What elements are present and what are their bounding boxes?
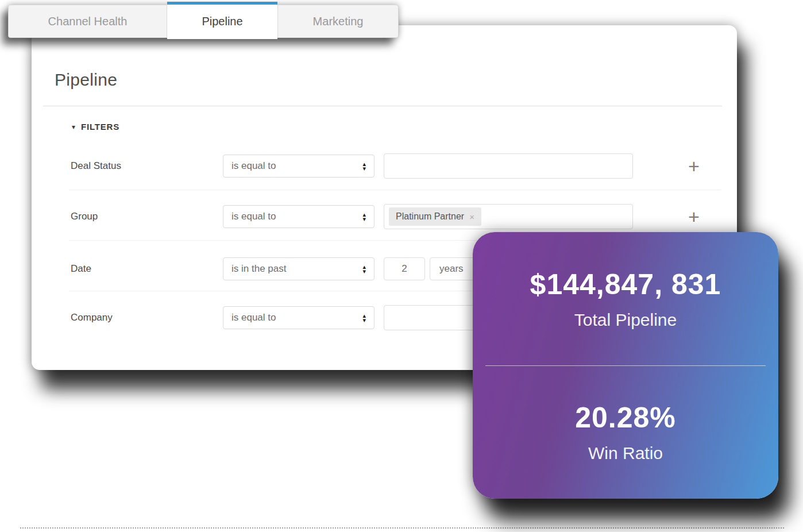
close-icon[interactable]: × bbox=[469, 212, 474, 222]
filter-label-group: Group bbox=[71, 211, 98, 222]
add-filter-button[interactable]: + bbox=[682, 205, 705, 228]
stepper-down-icon: ▾ bbox=[362, 269, 366, 273]
filter-label-date: Date bbox=[71, 263, 91, 275]
caret-down-icon[interactable]: ▾ bbox=[72, 123, 75, 131]
tab-pipeline[interactable]: Pipeline bbox=[167, 2, 277, 38]
group-operator-select[interactable]: is equal to ▴ ▾ bbox=[223, 205, 375, 228]
operator-value: is equal to bbox=[231, 312, 362, 323]
filters-label: FILTERS bbox=[81, 122, 119, 132]
group-value-input[interactable]: Platinum Partner × bbox=[384, 204, 633, 229]
win-ratio-label: Win Ratio bbox=[588, 444, 663, 463]
filters-header[interactable]: ▾ FILTERS bbox=[72, 122, 119, 132]
bottom-shadow-artifact bbox=[20, 527, 784, 529]
filter-row-deal-status: Deal Status is equal to ▴ ▾ + bbox=[32, 153, 737, 179]
add-filter-button[interactable]: + bbox=[682, 155, 705, 178]
filter-row-group: Group is equal to ▴ ▾ Platinum Partner ×… bbox=[32, 204, 737, 229]
row-divider bbox=[69, 190, 721, 190]
updown-stepper-icon: ▴ ▾ bbox=[362, 264, 366, 273]
operator-value: is equal to bbox=[231, 211, 362, 222]
date-operator-select[interactable]: is in the past ▴ ▾ bbox=[223, 257, 375, 280]
win-ratio-stat: 20.28% Win Ratio bbox=[473, 366, 778, 499]
stepper-down-icon: ▾ bbox=[362, 318, 366, 322]
win-ratio-value: 20.28% bbox=[575, 401, 676, 434]
stats-card: $144,847, 831 Total Pipeline 20.28% Win … bbox=[473, 232, 778, 499]
stepper-down-icon: ▾ bbox=[362, 217, 366, 221]
unit-value: years bbox=[439, 263, 464, 275]
filter-label-deal-status: Deal Status bbox=[71, 160, 121, 172]
tab-marketing[interactable]: Marketing bbox=[277, 5, 398, 37]
date-amount-input[interactable] bbox=[384, 257, 425, 280]
deal-status-operator-select[interactable]: is equal to ▴ ▾ bbox=[223, 155, 375, 178]
total-pipeline-value: $144,847, 831 bbox=[530, 268, 721, 301]
total-pipeline-label: Total Pipeline bbox=[574, 310, 677, 330]
updown-stepper-icon: ▴ ▾ bbox=[362, 161, 366, 171]
operator-value: is equal to bbox=[231, 160, 362, 172]
updown-stepper-icon: ▴ ▾ bbox=[362, 212, 366, 221]
tag-label: Platinum Partner bbox=[396, 211, 464, 222]
stepper-down-icon: ▾ bbox=[362, 166, 366, 171]
total-pipeline-stat: $144,847, 831 Total Pipeline bbox=[473, 232, 778, 365]
tab-bar: Channel Health Pipeline Marketing bbox=[8, 5, 399, 38]
deal-status-value-input[interactable] bbox=[384, 153, 633, 179]
company-operator-select[interactable]: is equal to ▴ ▾ bbox=[223, 306, 375, 329]
page-title: Pipeline bbox=[55, 70, 117, 90]
filter-label-company: Company bbox=[71, 312, 113, 323]
updown-stepper-icon: ▴ ▾ bbox=[362, 313, 366, 322]
title-divider bbox=[43, 106, 722, 106]
selected-tag: Platinum Partner × bbox=[389, 207, 481, 226]
operator-value: is in the past bbox=[231, 263, 362, 275]
tab-channel-health[interactable]: Channel Health bbox=[9, 5, 167, 37]
